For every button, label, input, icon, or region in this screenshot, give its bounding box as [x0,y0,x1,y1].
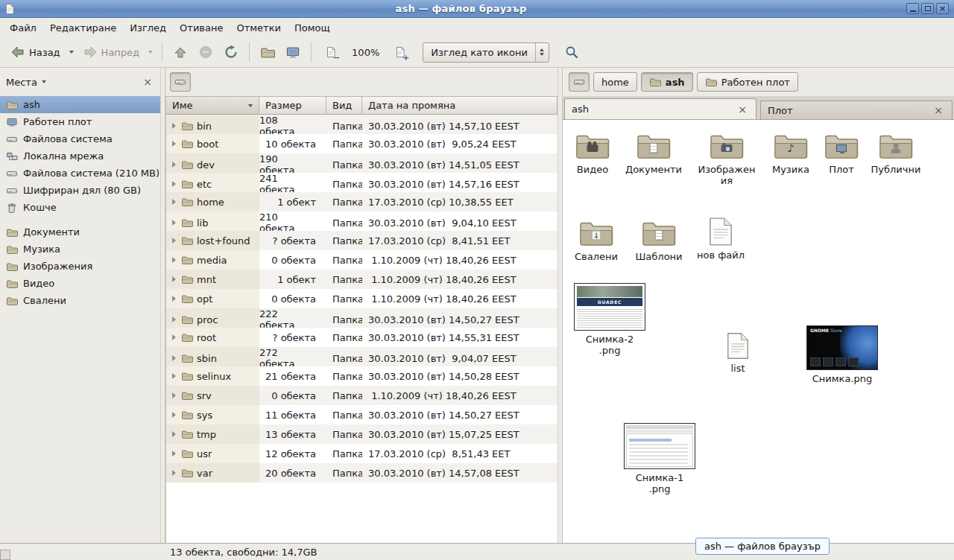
menu-item[interactable]: Отиване [173,18,230,37]
expander-icon[interactable] [170,316,177,322]
icon-snimka-png[interactable]: GNOME Store Снимка.png [805,325,879,384]
expander-icon[interactable] [170,257,177,263]
table-row[interactable]: srv 0 обекта Папка 1.10.2009 (чт) 18,40,… [166,386,557,405]
sidebar-item-ash[interactable]: ash [0,96,160,113]
path-button-desktop[interactable]: Работен плот [697,72,798,92]
table-row[interactable]: root ? обекта Папка 30.03.2010 (вт) 14,5… [166,328,557,347]
pane-splitter[interactable] [160,68,165,543]
expander-icon[interactable] [170,123,177,129]
menu-item[interactable]: Изглед [123,18,173,37]
tab-close-icon[interactable]: × [736,103,749,116]
reload-button[interactable] [219,40,243,64]
icon-public-folder[interactable]: Публични [866,131,926,175]
table-row[interactable]: etc 241 обекта Папка 30.03.2010 (вт) 14,… [166,173,557,192]
expander-icon[interactable] [170,373,177,379]
sidebar-item-pictures[interactable]: Изображения [0,258,160,275]
table-row[interactable]: boot 10 обекта Папка 30.03.2010 (вт) 9,0… [166,134,557,153]
expander-icon[interactable] [170,220,177,226]
titlebar[interactable]: ash — файлов браузър × [0,0,954,18]
root-location-button[interactable] [170,72,191,92]
sidebar-item-downloads[interactable]: Свалени [0,292,160,309]
sidebar-item-video[interactable]: Видео [0,275,160,292]
table-row[interactable]: selinux 21 обекта Папка 30.03.2010 (вт) … [166,366,557,386]
tab-ash[interactable]: ash × [564,98,756,119]
sidebar-close-button[interactable]: × [141,75,154,89]
expander-icon[interactable] [170,355,177,361]
column-header-date[interactable]: Дата на промяна [362,97,557,115]
table-row[interactable]: sbin 272 обекта Папка 30.03.2010 (вт) 9,… [166,347,557,366]
sidebar-item-filesystem-210mb[interactable]: Файлова система (210 MB) [0,165,160,182]
expander-icon[interactable] [170,162,177,168]
sidebar-item-trash[interactable]: Кошче [0,199,160,216]
expander-icon[interactable] [170,199,177,205]
icon-downloads-folder[interactable]: ↓ Свалени [566,218,626,262]
tab-plot[interactable]: Плот × [760,101,953,119]
maximize-button[interactable] [921,3,934,14]
pane-splitter[interactable] [557,68,563,543]
table-row[interactable]: dev 190 обекта Папка 30.03.2010 (вт) 14,… [166,153,557,173]
icon-video-folder[interactable]: Видео [563,131,622,175]
expander-icon[interactable] [170,412,177,418]
icon-templates-folder[interactable]: Шаблони [629,218,689,262]
expander-icon[interactable] [170,296,177,302]
path-button-home[interactable]: home [593,72,637,92]
sidebar-header[interactable]: Места × [0,68,160,96]
close-button[interactable]: × [936,3,949,14]
table-row[interactable]: proc 222 обекта Папка 30.03.2010 (вт) 14… [166,308,557,328]
icon-new-file[interactable]: нов файл [691,217,751,261]
icon-snimka-1-png[interactable]: Снимка-1.png [622,423,697,495]
zoom-in-button[interactable]: + [387,40,414,64]
table-row[interactable]: lib 210 обекта Папка 30.03.2010 (вт) 9,0… [166,211,557,231]
table-row[interactable]: mnt 1 обект Папка 1.10.2009 (чт) 18,40,2… [166,270,557,289]
sidebar-item-local-network[interactable]: Локална мрежа [0,147,160,165]
minimize-button[interactable] [906,3,919,14]
expander-icon[interactable] [170,181,177,187]
menu-item[interactable]: Редактиране [43,18,123,37]
table-row[interactable]: var 20 обекта Папка 30.03.2010 (вт) 14,5… [166,463,557,483]
table-row[interactable]: sys 11 обекта Папка 30.03.2010 (вт) 14,5… [166,405,557,424]
column-header-name[interactable]: Име [166,97,259,115]
menu-item[interactable]: Отметки [230,18,287,37]
icon-list-file[interactable]: list [708,332,768,374]
expander-icon[interactable] [170,276,177,282]
column-header-type[interactable]: Вид [326,97,362,115]
table-row[interactable]: bin 108 обекта Папка 30.03.2010 (вт) 14,… [166,115,557,134]
forward-dropdown[interactable] [145,40,156,64]
expander-icon[interactable] [170,238,177,244]
back-button[interactable]: Назад [6,40,65,64]
column-header-size[interactable]: Размер [259,97,326,115]
computer-button[interactable] [281,40,305,64]
sidebar-item-music[interactable]: Музика [0,241,160,258]
sidebar-item-documents[interactable]: Документи [0,223,160,241]
icon-pictures-folder[interactable]: Изображения [697,131,756,187]
table-row[interactable]: home 1 обект Папка 17.03.2010 (ср) 10,38… [166,192,557,211]
table-row[interactable]: opt 0 обекта Папка 1.10.2009 (чт) 18,40,… [166,289,557,308]
table-row[interactable]: usr 12 обекта Папка 17.03.2010 (ср) 8,51… [166,444,557,463]
sidebar-item-filesystem[interactable]: Файлова система [0,130,160,147]
menu-item[interactable]: Файл [3,18,43,37]
icon-snimka-2-png[interactable]: GUADEC Снимка-2.png [572,283,647,357]
view-mode-select[interactable]: Изглед като икони [423,42,549,63]
expander-icon[interactable] [170,392,177,398]
menu-item[interactable]: Помощ [288,18,337,37]
expander-icon[interactable] [170,451,177,456]
zoom-out-button[interactable]: − [318,40,344,64]
root-location-button[interactable] [569,72,590,92]
tab-close-icon[interactable]: × [932,104,945,117]
icon-desktop-folder[interactable]: Плот [812,131,871,175]
table-row[interactable]: media 0 обекта Папка 1.10.2009 (чт) 18,4… [166,250,557,270]
up-button[interactable] [168,40,192,64]
forward-button[interactable]: Напред [78,40,144,64]
home-button[interactable] [256,40,279,64]
stop-button[interactable] [194,40,218,64]
expander-icon[interactable] [170,141,177,147]
path-button-ash[interactable]: ash [641,72,693,92]
expander-icon[interactable] [170,470,177,476]
table-row[interactable]: tmp 13 обекта Папка 30.03.2010 (вт) 15,0… [166,424,557,444]
icon-documents-folder[interactable]: Документи [624,131,683,175]
sidebar-item-desktop[interactable]: Работен плот [0,113,160,130]
search-button[interactable] [560,40,584,64]
expander-icon[interactable] [170,334,177,340]
sidebar-item-encrypted-80gb[interactable]: Шифриран дял (80 GB) [0,182,160,199]
expander-icon[interactable] [170,431,177,437]
